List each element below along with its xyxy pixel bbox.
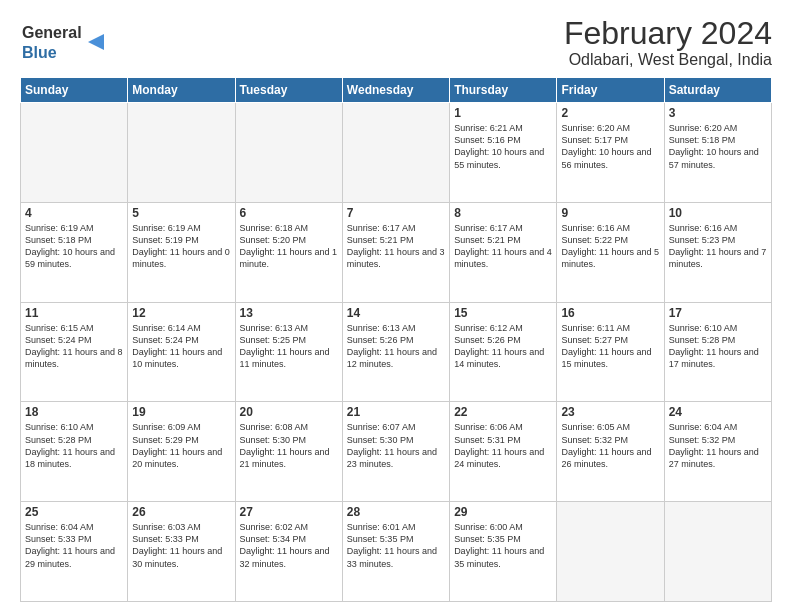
calendar-cell: 19Sunrise: 6:09 AM Sunset: 5:29 PM Dayli… (128, 402, 235, 502)
day-number: 9 (561, 206, 659, 220)
calendar-cell (664, 502, 771, 602)
day-number: 24 (669, 405, 767, 419)
day-info: Sunrise: 6:15 AM Sunset: 5:24 PM Dayligh… (25, 322, 123, 371)
calendar-cell (128, 103, 235, 203)
day-info: Sunrise: 6:13 AM Sunset: 5:25 PM Dayligh… (240, 322, 338, 371)
calendar-week-1: 1Sunrise: 6:21 AM Sunset: 5:16 PM Daylig… (21, 103, 772, 203)
day-info: Sunrise: 6:17 AM Sunset: 5:21 PM Dayligh… (347, 222, 445, 271)
day-number: 23 (561, 405, 659, 419)
calendar-cell: 29Sunrise: 6:00 AM Sunset: 5:35 PM Dayli… (450, 502, 557, 602)
day-info: Sunrise: 6:12 AM Sunset: 5:26 PM Dayligh… (454, 322, 552, 371)
col-wednesday: Wednesday (342, 78, 449, 103)
calendar-cell: 21Sunrise: 6:07 AM Sunset: 5:30 PM Dayli… (342, 402, 449, 502)
calendar-cell: 16Sunrise: 6:11 AM Sunset: 5:27 PM Dayli… (557, 302, 664, 402)
day-info: Sunrise: 6:19 AM Sunset: 5:19 PM Dayligh… (132, 222, 230, 271)
calendar-cell: 27Sunrise: 6:02 AM Sunset: 5:34 PM Dayli… (235, 502, 342, 602)
col-sunday: Sunday (21, 78, 128, 103)
day-number: 1 (454, 106, 552, 120)
page: General Blue February 2024 Odlabari, Wes… (0, 0, 792, 612)
calendar-cell: 15Sunrise: 6:12 AM Sunset: 5:26 PM Dayli… (450, 302, 557, 402)
day-number: 8 (454, 206, 552, 220)
day-number: 12 (132, 306, 230, 320)
calendar-cell (342, 103, 449, 203)
calendar-cell: 24Sunrise: 6:04 AM Sunset: 5:32 PM Dayli… (664, 402, 771, 502)
day-number: 3 (669, 106, 767, 120)
day-info: Sunrise: 6:11 AM Sunset: 5:27 PM Dayligh… (561, 322, 659, 371)
day-number: 29 (454, 505, 552, 519)
calendar-cell: 6Sunrise: 6:18 AM Sunset: 5:20 PM Daylig… (235, 202, 342, 302)
day-number: 2 (561, 106, 659, 120)
svg-text:Blue: Blue (22, 44, 57, 61)
header-row: Sunday Monday Tuesday Wednesday Thursday… (21, 78, 772, 103)
calendar-subtitle: Odlabari, West Bengal, India (564, 51, 772, 69)
calendar-cell: 9Sunrise: 6:16 AM Sunset: 5:22 PM Daylig… (557, 202, 664, 302)
calendar-week-2: 4Sunrise: 6:19 AM Sunset: 5:18 PM Daylig… (21, 202, 772, 302)
calendar-cell: 12Sunrise: 6:14 AM Sunset: 5:24 PM Dayli… (128, 302, 235, 402)
day-info: Sunrise: 6:03 AM Sunset: 5:33 PM Dayligh… (132, 521, 230, 570)
calendar-cell: 25Sunrise: 6:04 AM Sunset: 5:33 PM Dayli… (21, 502, 128, 602)
calendar-cell: 13Sunrise: 6:13 AM Sunset: 5:25 PM Dayli… (235, 302, 342, 402)
logo: General Blue (20, 16, 110, 64)
calendar-table: Sunday Monday Tuesday Wednesday Thursday… (20, 77, 772, 602)
calendar-header: Sunday Monday Tuesday Wednesday Thursday… (21, 78, 772, 103)
svg-marker-1 (88, 34, 104, 50)
day-info: Sunrise: 6:14 AM Sunset: 5:24 PM Dayligh… (132, 322, 230, 371)
calendar-cell: 4Sunrise: 6:19 AM Sunset: 5:18 PM Daylig… (21, 202, 128, 302)
calendar-cell: 14Sunrise: 6:13 AM Sunset: 5:26 PM Dayli… (342, 302, 449, 402)
day-info: Sunrise: 6:10 AM Sunset: 5:28 PM Dayligh… (25, 421, 123, 470)
calendar-cell: 10Sunrise: 6:16 AM Sunset: 5:23 PM Dayli… (664, 202, 771, 302)
day-number: 21 (347, 405, 445, 419)
day-number: 4 (25, 206, 123, 220)
day-info: Sunrise: 6:18 AM Sunset: 5:20 PM Dayligh… (240, 222, 338, 271)
day-number: 20 (240, 405, 338, 419)
col-thursday: Thursday (450, 78, 557, 103)
calendar-cell: 1Sunrise: 6:21 AM Sunset: 5:16 PM Daylig… (450, 103, 557, 203)
day-info: Sunrise: 6:10 AM Sunset: 5:28 PM Dayligh… (669, 322, 767, 371)
day-info: Sunrise: 6:09 AM Sunset: 5:29 PM Dayligh… (132, 421, 230, 470)
day-info: Sunrise: 6:16 AM Sunset: 5:23 PM Dayligh… (669, 222, 767, 271)
calendar-cell: 23Sunrise: 6:05 AM Sunset: 5:32 PM Dayli… (557, 402, 664, 502)
calendar-cell: 17Sunrise: 6:10 AM Sunset: 5:28 PM Dayli… (664, 302, 771, 402)
day-number: 15 (454, 306, 552, 320)
day-number: 14 (347, 306, 445, 320)
day-number: 17 (669, 306, 767, 320)
col-saturday: Saturday (664, 78, 771, 103)
calendar-cell: 7Sunrise: 6:17 AM Sunset: 5:21 PM Daylig… (342, 202, 449, 302)
calendar-cell: 20Sunrise: 6:08 AM Sunset: 5:30 PM Dayli… (235, 402, 342, 502)
day-number: 7 (347, 206, 445, 220)
day-info: Sunrise: 6:01 AM Sunset: 5:35 PM Dayligh… (347, 521, 445, 570)
day-info: Sunrise: 6:19 AM Sunset: 5:18 PM Dayligh… (25, 222, 123, 271)
day-number: 27 (240, 505, 338, 519)
day-number: 11 (25, 306, 123, 320)
day-number: 19 (132, 405, 230, 419)
col-monday: Monday (128, 78, 235, 103)
col-tuesday: Tuesday (235, 78, 342, 103)
day-info: Sunrise: 6:20 AM Sunset: 5:17 PM Dayligh… (561, 122, 659, 171)
svg-text:General: General (22, 24, 82, 41)
calendar-cell: 28Sunrise: 6:01 AM Sunset: 5:35 PM Dayli… (342, 502, 449, 602)
calendar-cell: 22Sunrise: 6:06 AM Sunset: 5:31 PM Dayli… (450, 402, 557, 502)
calendar-week-5: 25Sunrise: 6:04 AM Sunset: 5:33 PM Dayli… (21, 502, 772, 602)
calendar-week-3: 11Sunrise: 6:15 AM Sunset: 5:24 PM Dayli… (21, 302, 772, 402)
col-friday: Friday (557, 78, 664, 103)
calendar-cell: 18Sunrise: 6:10 AM Sunset: 5:28 PM Dayli… (21, 402, 128, 502)
calendar-cell: 3Sunrise: 6:20 AM Sunset: 5:18 PM Daylig… (664, 103, 771, 203)
day-info: Sunrise: 6:08 AM Sunset: 5:30 PM Dayligh… (240, 421, 338, 470)
day-number: 13 (240, 306, 338, 320)
calendar-week-4: 18Sunrise: 6:10 AM Sunset: 5:28 PM Dayli… (21, 402, 772, 502)
day-info: Sunrise: 6:04 AM Sunset: 5:33 PM Dayligh… (25, 521, 123, 570)
calendar-cell: 26Sunrise: 6:03 AM Sunset: 5:33 PM Dayli… (128, 502, 235, 602)
logo-svg: General Blue (20, 16, 110, 64)
day-info: Sunrise: 6:16 AM Sunset: 5:22 PM Dayligh… (561, 222, 659, 271)
calendar-cell: 2Sunrise: 6:20 AM Sunset: 5:17 PM Daylig… (557, 103, 664, 203)
day-info: Sunrise: 6:04 AM Sunset: 5:32 PM Dayligh… (669, 421, 767, 470)
day-number: 28 (347, 505, 445, 519)
day-number: 10 (669, 206, 767, 220)
day-info: Sunrise: 6:02 AM Sunset: 5:34 PM Dayligh… (240, 521, 338, 570)
calendar-cell (235, 103, 342, 203)
day-number: 25 (25, 505, 123, 519)
calendar-cell: 11Sunrise: 6:15 AM Sunset: 5:24 PM Dayli… (21, 302, 128, 402)
day-info: Sunrise: 6:05 AM Sunset: 5:32 PM Dayligh… (561, 421, 659, 470)
day-info: Sunrise: 6:00 AM Sunset: 5:35 PM Dayligh… (454, 521, 552, 570)
header: General Blue February 2024 Odlabari, Wes… (20, 16, 772, 69)
